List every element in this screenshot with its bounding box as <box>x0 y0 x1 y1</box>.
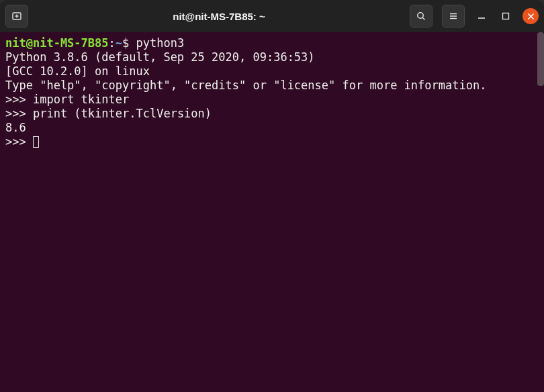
new-tab-icon <box>11 11 22 21</box>
close-icon <box>527 13 535 20</box>
svg-rect-9 <box>503 13 509 19</box>
command-text: python3 <box>136 36 185 50</box>
repl-prompt: >>> <box>5 93 33 106</box>
minimize-button[interactable] <box>474 9 489 23</box>
search-icon <box>416 11 426 21</box>
terminal-line: nit@nit-MS-7B85:~$ python3 <box>5 36 539 50</box>
terminal-line: Type "help", "copyright", "credits" or "… <box>5 79 539 93</box>
scrollbar[interactable] <box>537 32 544 86</box>
terminal-line: 8.6 <box>5 121 539 135</box>
terminal-line: >>> print (tkinter.TclVersion) <box>5 107 539 121</box>
minimize-icon <box>478 12 486 20</box>
close-button[interactable] <box>523 8 539 24</box>
titlebar-right-group <box>410 5 539 28</box>
repl-input: print (tkinter.TclVersion) <box>33 107 212 120</box>
prompt-dollar: $ <box>122 36 136 50</box>
repl-input: import tkinter <box>33 93 129 106</box>
terminal-line: >>> import tkinter <box>5 93 539 107</box>
svg-point-3 <box>418 13 423 18</box>
prompt-path: ~ <box>116 36 122 50</box>
svg-line-4 <box>422 17 424 19</box>
prompt-user-host: nit@nit-MS-7B85 <box>5 36 109 50</box>
cursor <box>33 136 39 148</box>
maximize-button[interactable] <box>498 9 513 23</box>
repl-prompt: >>> <box>5 107 33 120</box>
window-title: nit@nit-MS-7B85: ~ <box>28 11 410 22</box>
titlebar: nit@nit-MS-7B85: ~ <box>0 0 544 32</box>
terminal-line: >>> <box>5 135 539 149</box>
prompt-colon: : <box>109 36 116 50</box>
maximize-icon <box>502 12 510 20</box>
new-tab-button[interactable] <box>5 5 28 28</box>
menu-button[interactable] <box>442 5 465 28</box>
terminal-line: [GCC 10.2.0] on linux <box>5 64 539 79</box>
repl-prompt: >>> <box>5 135 33 148</box>
terminal-area[interactable]: nit@nit-MS-7B85:~$ python3 Python 3.8.6 … <box>0 32 544 392</box>
hamburger-icon <box>448 11 459 21</box>
terminal-line: Python 3.8.6 (default, Sep 25 2020, 09:3… <box>5 50 539 64</box>
search-button[interactable] <box>410 5 433 28</box>
